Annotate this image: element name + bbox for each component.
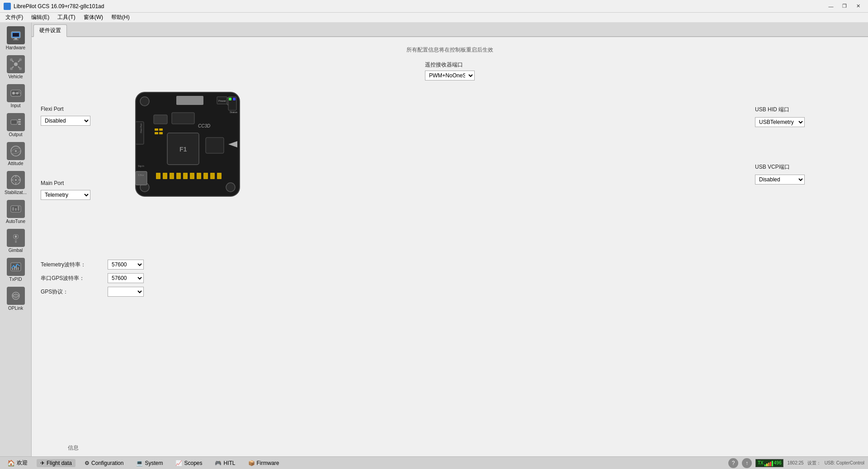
tx-bar-3: [768, 463, 769, 466]
gps-protocol-select[interactable]: Auto NMEA UBX: [108, 287, 144, 297]
telemetry-baud-select[interactable]: 57600 9600 115200: [108, 260, 144, 270]
baud-section: Telemetry波特率： 57600 9600 115200 串口GPS波特率…: [41, 260, 144, 300]
svg-point-10: [19, 58, 22, 61]
svg-rect-56: [176, 96, 203, 105]
usb-vcp-label: USB VCP端口: [755, 163, 805, 171]
svg-rect-66: [172, 113, 194, 124]
attitude-icon: [7, 142, 25, 160]
app-icon: [4, 3, 11, 10]
flexi-port-select[interactable]: Disabled Telemetry GPS: [41, 116, 90, 126]
tx-indicator: TX 496: [755, 459, 783, 467]
status-tab-scopes[interactable]: 📈 Scopes: [172, 459, 206, 467]
status-bar-left: 🏠 欢迎 ✈ Flight data ⚙ Configuration 💻 Sys…: [4, 458, 283, 468]
svg-point-40: [15, 236, 16, 237]
main-port-select[interactable]: Telemetry GPS Disabled: [41, 190, 90, 200]
maximize-button[interactable]: ❐: [838, 2, 851, 11]
svg-rect-35: [12, 207, 14, 211]
sidebar: Hardware Vehicle: [0, 23, 32, 456]
system-label: System: [145, 460, 163, 466]
flexi-port-label: Flexi Port: [41, 106, 90, 112]
sidebar-item-hardware[interactable]: Hardware: [2, 24, 29, 52]
gps-baud-select[interactable]: 57600 9600 115200: [108, 273, 144, 283]
gimbal-label: Gimbal: [9, 248, 23, 253]
svg-rect-78: [203, 173, 208, 179]
status-tab-hitl[interactable]: 🎮 HITL: [211, 459, 239, 467]
upload-button[interactable]: ↑: [742, 458, 752, 468]
menu-help[interactable]: 帮助(H): [108, 13, 133, 22]
usb-hid-group: USB HID 端口 USBTelemetry Disabled: [755, 106, 805, 127]
window-controls: — ❐ ✕: [825, 2, 864, 11]
rc-output-select[interactable]: PWM+NoOneShot PPM PWM: [425, 71, 475, 81]
tab-hardware-settings[interactable]: 硬件设置: [33, 24, 67, 37]
svg-point-42: [15, 241, 17, 243]
sidebar-item-input[interactable]: Input: [2, 82, 29, 110]
sidebar-item-vehicle[interactable]: Vehicle: [2, 53, 29, 81]
output-label: Output: [9, 132, 22, 137]
status-tab-firmware[interactable]: 📦 Firmware: [245, 459, 283, 467]
flight-data-label: Flight data: [47, 460, 72, 466]
status-tab-welcome[interactable]: 🏠 欢迎: [4, 458, 31, 468]
svg-rect-75: [183, 173, 188, 179]
svg-rect-80: [217, 173, 222, 179]
status-tab-configuration[interactable]: ⚙ Configuration: [81, 459, 127, 467]
title-bar-left: LibrePilot GCS 16.09+r782-g8c101ad: [4, 3, 104, 10]
oplink-label: OPLink: [8, 306, 23, 311]
txpid-label: TxPID: [9, 277, 22, 282]
configuration-label: Configuration: [91, 460, 123, 466]
svg-point-17: [18, 91, 19, 93]
help-button[interactable]: ?: [728, 458, 738, 468]
menu-media[interactable]: 窗体(W): [80, 13, 107, 22]
notice-text: 所有配置信息将在控制板重启后生效: [41, 46, 859, 54]
usb-vcp-select[interactable]: Disabled Telemetry GPS: [755, 175, 805, 185]
svg-rect-36: [15, 208, 17, 211]
hitl-icon: 🎮: [215, 460, 222, 466]
svg-point-12: [19, 67, 22, 70]
vehicle-label: Vehicle: [8, 74, 23, 80]
menu-tools[interactable]: 工具(T): [54, 13, 79, 22]
sidebar-item-output[interactable]: Output: [2, 111, 29, 139]
minimize-button[interactable]: —: [825, 2, 837, 11]
attitude-label: Attitude: [8, 161, 24, 166]
main-port-label: Main Port: [41, 180, 90, 186]
svg-rect-87: [159, 132, 163, 134]
svg-rect-2: [14, 38, 17, 39]
sidebar-item-attitude[interactable]: Attitude: [2, 140, 29, 168]
vehicle-icon: [7, 55, 25, 73]
status-tab-flight-data[interactable]: ✈ Flight data: [37, 459, 75, 467]
configuration-icon: ⚙: [85, 460, 90, 466]
sidebar-item-oplink[interactable]: OPLink: [2, 285, 29, 313]
scopes-label: Scopes: [184, 460, 202, 466]
telemetry-baud-row: Telemetry波特率： 57600 9600 115200: [41, 260, 144, 270]
menu-bar: 文件(F) 编辑(E) 工具(T) 窗体(W) 帮助(H): [0, 13, 868, 23]
output-icon: [7, 113, 25, 131]
settings-panel: 所有配置信息将在控制板重启后生效 遥控接收器端口 PWM+NoOneShot P…: [32, 37, 868, 456]
menu-file[interactable]: 文件(F): [2, 13, 27, 22]
gps-baud-row: 串口GPS波特率： 57600 9600 115200: [41, 273, 144, 283]
sidebar-item-txpid[interactable]: TxPID: [2, 256, 29, 284]
sidebar-item-autotune[interactable]: AutoTune: [2, 198, 29, 226]
tab-bar: 硬件设置: [32, 23, 868, 37]
settings-label: 设置：: [807, 460, 821, 466]
svg-rect-37: [18, 206, 19, 211]
usb-hid-select[interactable]: USBTelemetry Disabled: [755, 117, 805, 127]
input-label: Input: [10, 103, 20, 109]
svg-rect-19: [11, 120, 17, 124]
close-button[interactable]: ✕: [852, 2, 864, 11]
scopes-icon: 📈: [175, 460, 182, 466]
svg-rect-65: [154, 115, 167, 124]
sidebar-item-gimbal[interactable]: Gimbal: [2, 227, 29, 255]
tx-label: TX: [758, 460, 764, 465]
menu-edit[interactable]: 编辑(E): [28, 13, 53, 22]
svg-point-9: [10, 58, 13, 61]
svg-rect-74: [176, 173, 181, 179]
autotune-icon: [7, 200, 25, 218]
svg-point-11: [10, 67, 13, 70]
sidebar-item-stabilize[interactable]: Stabilizat...: [2, 169, 29, 197]
svg-rect-77: [197, 173, 201, 179]
hardware-label: Hardware: [6, 45, 25, 51]
main-port-group: Main Port Telemetry GPS Disabled: [41, 180, 90, 200]
svg-point-26: [15, 150, 17, 152]
tx-bar-1: [764, 464, 766, 466]
gps-baud-label: 串口GPS波特率：: [41, 275, 104, 282]
status-tab-system[interactable]: 💻 System: [132, 459, 166, 467]
